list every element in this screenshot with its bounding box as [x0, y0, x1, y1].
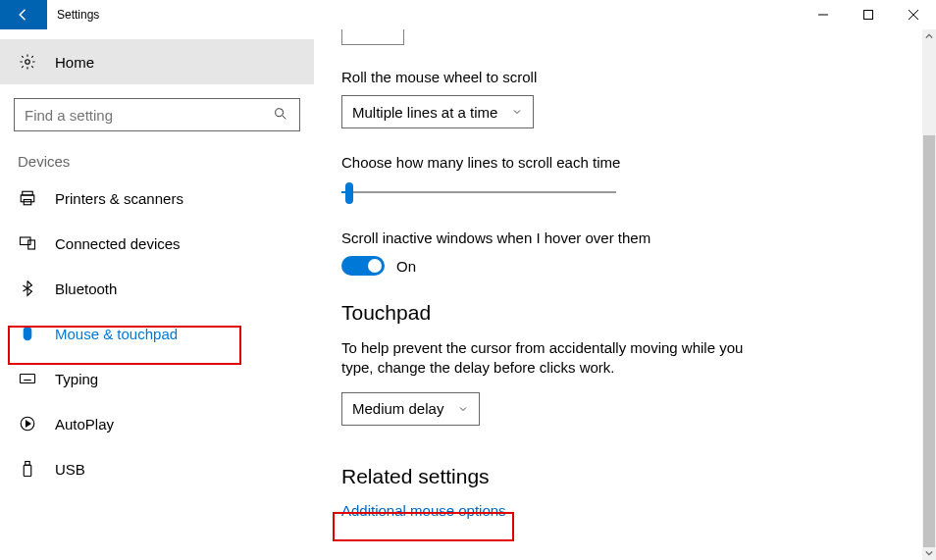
truncated-dropdown[interactable] [341, 29, 404, 45]
slider-thumb[interactable] [345, 182, 353, 204]
minimize-icon [818, 10, 828, 20]
sidebar-item-label: USB [55, 461, 85, 478]
inactive-windows-toggle[interactable] [341, 256, 385, 276]
svg-rect-6 [21, 237, 31, 245]
scroll-mode-dropdown[interactable]: Multiple lines at a time [341, 95, 534, 128]
maximize-icon [863, 10, 873, 20]
sidebar-item-label: Bluetooth [55, 280, 117, 297]
scrollbar-thumb[interactable] [923, 135, 935, 547]
sidebar-item-printers[interactable]: Printers & scanners [0, 176, 314, 221]
svg-rect-0 [864, 11, 873, 20]
sidebar-item-usb[interactable]: USB [0, 446, 314, 491]
chevron-up-icon [925, 32, 933, 40]
content-pane: Roll the mouse wheel to scroll Multiple … [314, 29, 936, 560]
close-icon [909, 10, 918, 20]
bluetooth-icon [18, 280, 37, 297]
sidebar-item-label: Mouse & touchpad [55, 326, 178, 342]
chevron-down-icon [511, 106, 523, 118]
lines-slider[interactable] [341, 180, 616, 204]
minimize-button[interactable] [801, 0, 846, 29]
inactive-setting-label: Scroll inactive windows when I hover ove… [341, 229, 897, 246]
scroll-down-button[interactable] [922, 546, 936, 560]
printer-icon [18, 189, 37, 207]
sidebar-item-label: Connected devices [55, 235, 181, 252]
search-input[interactable] [14, 98, 300, 131]
svg-point-1 [26, 60, 30, 65]
svg-rect-12 [24, 465, 31, 476]
sidebar-item-bluetooth[interactable]: Bluetooth [0, 266, 314, 311]
window-title: Settings [47, 0, 99, 29]
close-button[interactable] [891, 0, 936, 29]
chevron-down-icon [457, 403, 469, 415]
maximize-button[interactable] [846, 0, 891, 29]
sidebar-item-typing[interactable]: Typing [0, 356, 314, 401]
touchpad-heading: Touchpad [341, 301, 897, 325]
related-settings-heading: Related settings [341, 465, 897, 488]
gear-icon [18, 53, 37, 71]
scroll-setting-label: Roll the mouse wheel to scroll [341, 69, 897, 85]
touchpad-description: To help prevent the cursor from accident… [341, 338, 754, 379]
toggle-knob [368, 259, 382, 273]
sidebar: Home Devices Printers & scanners Connect… [0, 29, 314, 560]
sidebar-group-label: Devices [0, 131, 314, 176]
lines-setting-label: Choose how many lines to scroll each tim… [341, 154, 897, 171]
sidebar-item-mouse-touchpad[interactable]: Mouse & touchpad [0, 311, 314, 356]
mouse-icon [18, 325, 37, 342]
arrow-left-icon [15, 6, 32, 24]
dropdown-value: Multiple lines at a time [352, 104, 497, 121]
devices-icon [18, 234, 37, 252]
autoplay-icon [18, 415, 37, 433]
sidebar-item-autoplay[interactable]: AutoPlay [0, 401, 314, 446]
sidebar-item-connected-devices[interactable]: Connected devices [0, 221, 314, 266]
touchpad-delay-dropdown[interactable]: Medium delay [341, 392, 480, 426]
home-button[interactable]: Home [0, 39, 314, 84]
sidebar-item-label: Typing [55, 371, 98, 387]
scroll-up-button[interactable] [922, 29, 936, 43]
slider-track [341, 191, 616, 193]
title-spacer [99, 0, 801, 29]
keyboard-icon [18, 370, 37, 387]
toggle-state-label: On [396, 258, 416, 275]
dropdown-value: Medium delay [352, 400, 443, 417]
svg-point-2 [276, 109, 284, 117]
sidebar-item-label: AutoPlay [55, 416, 114, 433]
additional-mouse-options-link[interactable]: Additional mouse options [341, 502, 506, 519]
chevron-down-icon [925, 549, 933, 557]
back-button[interactable] [0, 0, 47, 29]
usb-icon [18, 460, 37, 478]
home-label: Home [55, 54, 94, 71]
sidebar-item-label: Printers & scanners [55, 190, 183, 207]
svg-rect-9 [21, 375, 35, 383]
search-icon [273, 106, 288, 122]
vertical-scrollbar[interactable] [922, 29, 936, 560]
svg-rect-4 [21, 195, 34, 202]
